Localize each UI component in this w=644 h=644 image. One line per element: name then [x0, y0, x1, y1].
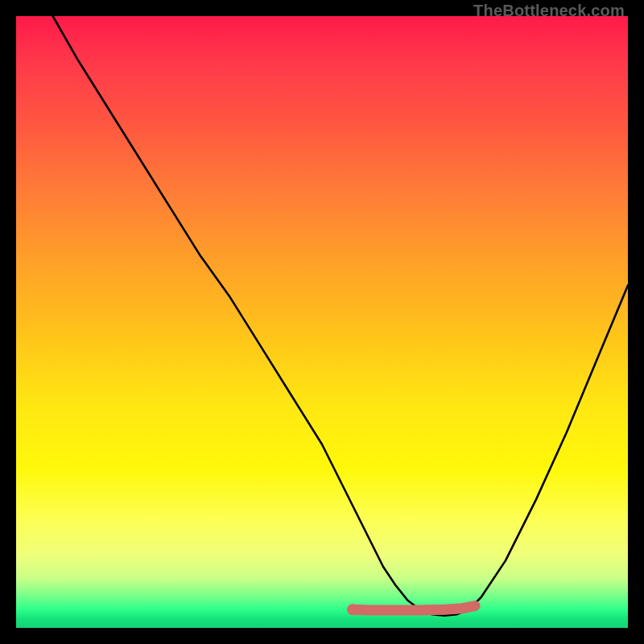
watermark-text: TheBottleneck.com [473, 2, 625, 20]
chart-overlay [16, 16, 628, 628]
highlight-dot [347, 604, 358, 615]
chart-frame: TheBottleneck.com [0, 0, 644, 644]
highlight-segment [353, 606, 475, 610]
bottleneck-curve [53, 16, 628, 616]
